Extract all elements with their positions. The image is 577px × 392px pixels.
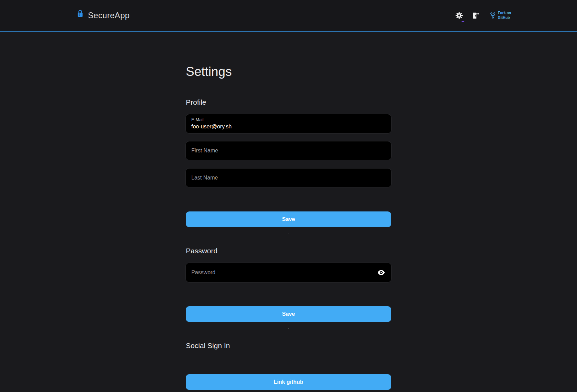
settings-gear-button[interactable] (454, 10, 464, 21)
section-divider-dot: . (186, 326, 391, 329)
toggle-password-visibility-button[interactable] (376, 269, 386, 277)
profile-heading: Profile (186, 98, 391, 106)
last-name-input[interactable] (186, 169, 391, 187)
page-title: Settings (186, 65, 391, 79)
header-actions: Fork on GitHub (454, 10, 511, 21)
social-sign-in-heading: Social Sign In (186, 342, 391, 350)
fork-on-github-link[interactable]: Fork on GitHub (490, 11, 511, 20)
eye-icon (377, 270, 385, 275)
password-section: Password Save . (186, 247, 391, 329)
git-fork-icon (490, 12, 496, 19)
gear-icon (455, 12, 463, 19)
social-sign-in-section: Social Sign In Link github (186, 342, 391, 390)
profile-section: Profile E-Mail Save . (186, 98, 391, 234)
brand: SecureApp (77, 9, 129, 22)
password-save-button[interactable]: Save (186, 306, 391, 322)
lock-icon (77, 9, 84, 18)
fork-link-label: Fork on GitHub (498, 11, 511, 20)
first-name-input[interactable] (186, 141, 391, 160)
password-field (186, 263, 391, 282)
app-header: SecureApp (0, 0, 577, 32)
email-field[interactable]: E-Mail (186, 114, 391, 133)
settings-page: Settings Profile E-Mail Save . Password … (186, 32, 391, 390)
link-github-button[interactable]: Link github (186, 374, 391, 390)
password-input[interactable] (186, 263, 391, 282)
text-cursor (462, 21, 464, 22)
logout-icon (472, 12, 479, 19)
profile-save-button[interactable]: Save (186, 211, 391, 227)
brand-name: SecureApp (88, 11, 129, 20)
email-label: E-Mail (191, 117, 386, 122)
section-divider-dot: . (186, 232, 391, 234)
logout-button[interactable] (471, 11, 480, 21)
email-input[interactable] (191, 123, 386, 130)
password-heading: Password (186, 247, 391, 255)
